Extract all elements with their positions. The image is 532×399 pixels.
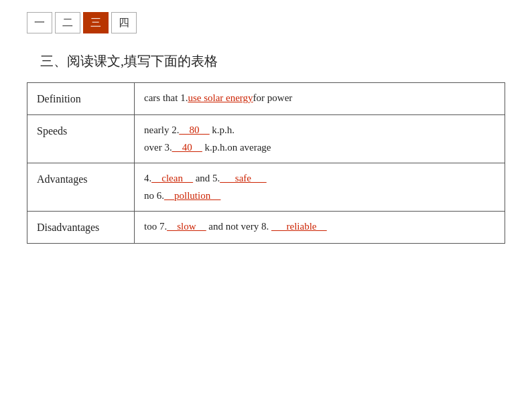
table-row: Speeds nearly 2.__80__ k.p.h. over 3.__4… <box>27 115 505 163</box>
adv-answer-3: __pollution__ <box>164 190 220 201</box>
tab-2[interactable]: 二 <box>55 12 80 33</box>
label-speeds: Speeds <box>27 115 135 163</box>
disadv-line-1: too 7.__slow__ and not very 8. ___reliab… <box>144 218 495 236</box>
label-definition: Definition <box>27 83 135 115</box>
speeds-line-2: over 3.__40__ k.p.h.on average <box>144 139 495 157</box>
def-answer-1: use solar energy <box>188 92 253 103</box>
content-disadvantages: too 7.__slow__ and not very 8. ___reliab… <box>135 212 505 244</box>
adv-line-1: 4.__clean__ and 5.___safe___ <box>144 170 495 187</box>
speeds-text-1: nearly 2. <box>144 125 179 135</box>
disadv-answer-2: ___reliable__ <box>271 221 326 232</box>
tab-1[interactable]: 一 <box>27 12 52 33</box>
table-row: Advantages 4.__clean__ and 5.___safe___ … <box>27 163 505 212</box>
section-heading: 三、阅读课文,填写下面的表格 <box>0 33 532 82</box>
content-speeds: nearly 2.__80__ k.p.h. over 3.__40__ k.p… <box>135 115 505 163</box>
adv-text-2: and 5. <box>193 173 220 183</box>
speeds-answer-2: __40__ <box>172 142 202 153</box>
speeds-answer-1: __80__ <box>179 125 209 135</box>
disadv-text-1: too 7. <box>144 221 167 232</box>
adv-line-2: no 6.__pollution__ <box>144 187 495 205</box>
speeds-text-3: over 3. <box>144 142 172 153</box>
content-table: Definition cars that 1.use solar energyf… <box>27 82 505 244</box>
tab-3[interactable]: 三 <box>83 12 109 33</box>
label-advantages: Advantages <box>27 163 135 212</box>
content-advantages: 4.__clean__ and 5.___safe___ no 6.__poll… <box>135 163 505 212</box>
speeds-text-4: k.p.h.on average <box>202 142 271 153</box>
tab-bar: 一 二 三 四 <box>0 0 532 33</box>
disadv-text-2: and not very 8. <box>206 221 271 232</box>
def-text-1: cars that 1. <box>144 92 188 103</box>
disadv-answer-1: __slow__ <box>167 221 206 232</box>
table-row: Disadvantages too 7.__slow__ and not ver… <box>27 212 505 244</box>
adv-text-3: no 6. <box>144 190 164 201</box>
tab-4[interactable]: 四 <box>111 12 137 33</box>
adv-text-1: 4. <box>144 173 151 183</box>
speeds-line-1: nearly 2.__80__ k.p.h. <box>144 122 495 139</box>
content-definition: cars that 1.use solar energyfor power <box>135 83 505 115</box>
label-disadvantages: Disadvantages <box>27 212 135 244</box>
adv-answer-1: __clean__ <box>151 173 193 183</box>
def-text-2: for power <box>253 92 293 103</box>
speeds-text-2: k.p.h. <box>209 125 235 135</box>
adv-answer-2: ___safe___ <box>220 173 266 183</box>
table-row: Definition cars that 1.use solar energyf… <box>27 83 505 115</box>
